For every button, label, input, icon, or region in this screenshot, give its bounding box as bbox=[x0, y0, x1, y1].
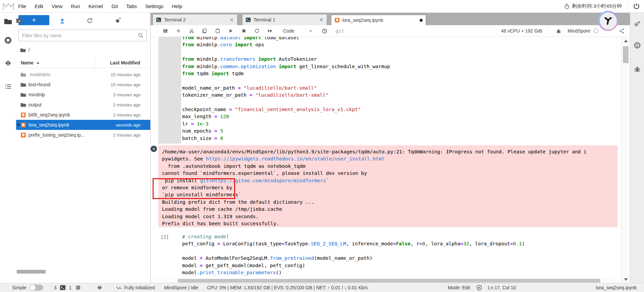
file-row[interactable]: lost+found 15 minutes ago bbox=[16, 80, 150, 90]
power-button[interactable] bbox=[633, 3, 640, 10]
search-icon bbox=[138, 33, 144, 38]
unsaved-indicator bbox=[420, 19, 423, 22]
dock-tab[interactable]: Terminal 2 × bbox=[153, 14, 237, 25]
run-all-icon[interactable] bbox=[267, 28, 273, 34]
notebook-toolbar: Code git 48 vCPU + 192 GiB MindSpore bbox=[151, 25, 630, 37]
menu-item[interactable]: View bbox=[52, 3, 62, 9]
activity-strip bbox=[0, 13, 16, 283]
new-folder-icon[interactable] bbox=[16, 17, 22, 24]
file-row[interactable]: mindnlp 3 minutes ago bbox=[16, 90, 150, 100]
menu-item[interactable]: Edit bbox=[35, 3, 43, 9]
file-browser-toolbar: + bbox=[16, 13, 150, 28]
add-cell-icon[interactable] bbox=[176, 28, 181, 34]
kernel-status-icon bbox=[594, 29, 598, 33]
file-filter bbox=[18, 30, 147, 41]
right-sidebar-strip bbox=[630, 13, 644, 283]
unsaved-dot bbox=[17, 124, 19, 126]
horizontal-scrollbar[interactable] bbox=[151, 279, 621, 283]
menu-item[interactable]: Tabs bbox=[126, 3, 137, 9]
menu-item[interactable]: Run bbox=[71, 3, 80, 9]
file-row[interactable]: .modelarts 15 minutes ago bbox=[16, 69, 150, 80]
column-name[interactable]: Name bbox=[16, 60, 34, 65]
debugger-button[interactable] bbox=[556, 28, 561, 34]
examples-button[interactable] bbox=[634, 42, 641, 49]
simple-mode-label: Simple bbox=[12, 285, 26, 290]
cell-type-select[interactable]: Code bbox=[283, 28, 313, 34]
file-name: output bbox=[29, 102, 42, 107]
kernel-status-text[interactable]: MindSpore | Idle bbox=[164, 285, 198, 290]
code-cell-input[interactable]: from mindnlp.dataset import load_dataset… bbox=[182, 37, 618, 142]
column-last-modified[interactable]: Last Modified bbox=[95, 58, 150, 68]
git-tab[interactable] bbox=[4, 59, 12, 67]
cell-prompt: [2] bbox=[161, 234, 169, 240]
refresh-icon[interactable] bbox=[87, 17, 93, 24]
git-toolbar-label: git bbox=[335, 28, 344, 34]
editor-mode[interactable]: Mode: Edit bbox=[448, 285, 470, 290]
debug-button[interactable] bbox=[634, 65, 641, 73]
file-row[interactable]: prefix_tuning_seq2seq.ip... 2 minutes ag… bbox=[16, 130, 150, 140]
file-browser-hscrollbar-thumb[interactable] bbox=[17, 270, 46, 274]
menu-item[interactable]: Kernel bbox=[89, 3, 103, 9]
vertical-scrollbar[interactable] bbox=[621, 37, 630, 283]
init-status: Fully initialized bbox=[124, 285, 155, 290]
tab-close-icon[interactable]: × bbox=[319, 17, 324, 23]
main-area: Terminal 2 × Terminal 1 × lora_seq2seq.i… bbox=[151, 13, 630, 283]
file-modified-time: 2 minutes ago bbox=[113, 133, 150, 138]
kernel-name[interactable]: MindSpore bbox=[568, 28, 590, 34]
simple-mode-toggle[interactable] bbox=[30, 285, 43, 291]
code-cell-input[interactable]: # creating modelpeft_config = LoraConfig… bbox=[182, 233, 618, 276]
share-button[interactable] bbox=[619, 28, 625, 34]
remaining-time: 剩余时间:3小时45分钟 bbox=[564, 3, 622, 9]
file-name: lost+found bbox=[29, 82, 50, 87]
cell-collapser[interactable] bbox=[158, 37, 181, 144]
sort-asc-icon bbox=[36, 62, 40, 64]
assistant-badge[interactable] bbox=[598, 11, 618, 31]
new-launcher-button[interactable]: + bbox=[18, 15, 49, 25]
tab-label: Terminal 2 bbox=[164, 17, 229, 22]
stop-icon[interactable] bbox=[241, 28, 247, 34]
file-modified-time: 3 minutes ago bbox=[113, 92, 150, 97]
run-icon[interactable] bbox=[228, 28, 233, 34]
menu-item[interactable]: Git bbox=[111, 3, 118, 9]
output-link[interactable]: https://ipywidgets.readthedocs.io/en/sta… bbox=[206, 156, 385, 161]
file-row[interactable]: bitfit_seq2seq.ipynb 2 minutes ago bbox=[16, 110, 150, 120]
folder-icon bbox=[20, 72, 26, 78]
file-browser-tab[interactable] bbox=[4, 17, 12, 26]
checkpoint-history-button[interactable] bbox=[322, 28, 327, 34]
dock-tab[interactable]: lora_seq2seq.ipynb bbox=[331, 14, 426, 25]
file-row[interactable]: lora_seq2seq.ipynb seconds ago bbox=[16, 120, 150, 130]
table-of-contents-tab[interactable] bbox=[4, 83, 12, 90]
menu-item[interactable]: Settings bbox=[145, 3, 163, 9]
hscrollbar-thumb[interactable] bbox=[178, 279, 600, 283]
git-clone-icon[interactable] bbox=[114, 17, 121, 24]
menu-item[interactable]: Help bbox=[172, 3, 182, 9]
terminals-status[interactable] bbox=[60, 285, 66, 291]
paste-icon[interactable] bbox=[215, 28, 220, 34]
vscrollbar-thumb[interactable] bbox=[623, 46, 629, 63]
restart-icon[interactable] bbox=[254, 28, 260, 34]
cut-icon[interactable] bbox=[189, 28, 194, 34]
scroll-down-icon[interactable] bbox=[624, 278, 628, 281]
error-output-icon[interactable]: ✕ bbox=[151, 146, 157, 152]
upload-icon[interactable] bbox=[59, 17, 65, 24]
notebook-content[interactable]: from mindnlp.dataset import load_dataset… bbox=[151, 37, 621, 279]
menu-item[interactable]: File bbox=[18, 3, 26, 9]
kernels-status-icon[interactable] bbox=[75, 285, 81, 291]
copy-icon[interactable] bbox=[202, 28, 207, 34]
scroll-up-icon[interactable] bbox=[624, 40, 628, 42]
notebook-icon bbox=[20, 112, 26, 118]
terminals-count: 3 bbox=[54, 285, 57, 290]
tab-label: Terminal 1 bbox=[254, 17, 319, 22]
file-filter-input[interactable] bbox=[19, 33, 138, 38]
cursor-position[interactable]: Ln 17, Col 10 bbox=[488, 285, 516, 290]
running-sessions-tab[interactable] bbox=[4, 36, 12, 44]
save-icon[interactable] bbox=[163, 28, 168, 34]
git-status-icon[interactable] bbox=[97, 285, 103, 291]
folder-icon bbox=[20, 92, 26, 98]
tab-close-icon[interactable]: × bbox=[229, 17, 234, 23]
file-row[interactable]: output 2 minutes ago bbox=[16, 100, 150, 110]
settings-gears-button[interactable] bbox=[634, 20, 641, 28]
status-bar: Simple 3 1 Fully initialized MindSpore |… bbox=[0, 283, 644, 292]
breadcrumb[interactable]: / bbox=[20, 46, 30, 54]
dock-tab[interactable]: Terminal 1 × bbox=[242, 14, 327, 25]
